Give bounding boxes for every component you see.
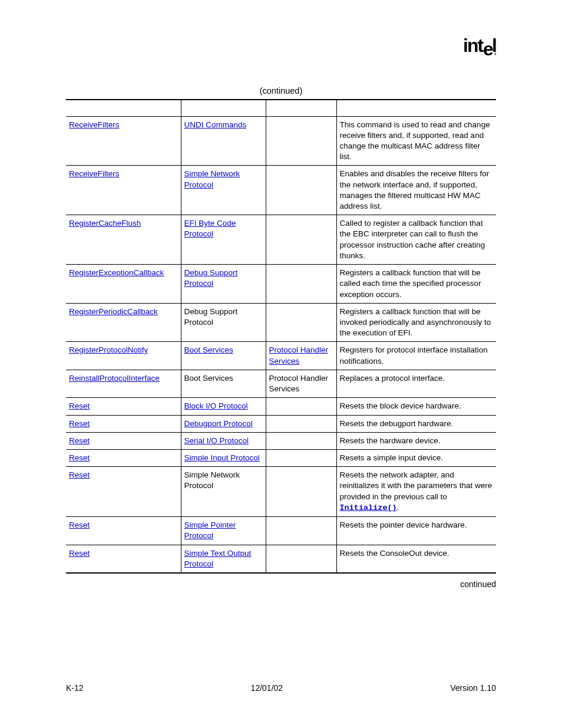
- footer-date: 12/01/02: [251, 683, 283, 693]
- description-cell: Registers a callback function that will …: [336, 265, 496, 304]
- table-cell: RegisterCacheFlush: [66, 215, 181, 265]
- cross-ref-link[interactable]: RegisterPeriodicCallback: [69, 307, 158, 316]
- description-text: Resets the pointer device hardware.: [340, 521, 467, 529]
- description-cell: Enables and disables the receive filters…: [336, 166, 496, 215]
- cell-text: Simple Network Protocol: [184, 470, 240, 490]
- table-cell: [266, 432, 336, 449]
- header-cell: [181, 100, 266, 116]
- table-cell: Reset: [66, 545, 181, 573]
- table-cell: Simple Network Protocol: [181, 467, 266, 517]
- description-cell: Resets the block device hardware.: [336, 398, 496, 415]
- table-cell: Protocol Handler Services: [266, 370, 336, 397]
- table-cell: [266, 415, 336, 432]
- table-cell: RegisterExceptionCallback: [66, 265, 181, 304]
- table-cell: [266, 449, 336, 466]
- description-text: .: [397, 503, 399, 512]
- cross-ref-link[interactable]: Simple Pointer Protocol: [184, 521, 236, 540]
- cross-ref-link[interactable]: Debug Support Protocol: [184, 268, 238, 288]
- description-text: Called to register a callback function t…: [340, 219, 485, 260]
- description-text: Resets a simple input device.: [340, 453, 444, 462]
- cross-ref-link[interactable]: Simple Input Protocol: [184, 453, 260, 462]
- table-row: RegisterPeriodicCallbackDebug Support Pr…: [66, 303, 496, 342]
- cross-ref-link[interactable]: Reset: [69, 521, 90, 529]
- svg-text:int: int: [463, 37, 484, 56]
- table-cell: [266, 545, 336, 573]
- table-cell: [266, 517, 336, 545]
- cross-ref-link[interactable]: Simple Text Output Protocol: [184, 549, 252, 568]
- table-row: RegisterExceptionCallbackDebug Support P…: [66, 265, 496, 304]
- table-cell: Boot Services: [181, 370, 266, 397]
- table-cell: Simple Input Protocol: [181, 449, 266, 466]
- table-cell: RegisterPeriodicCallback: [66, 303, 181, 342]
- footer-version: Version 1.10: [450, 683, 496, 693]
- cross-ref-link[interactable]: Reset: [69, 549, 90, 558]
- cross-ref-link[interactable]: Reset: [69, 436, 90, 445]
- description-text: Resets the debugport hardware.: [340, 419, 454, 428]
- cell-text: Boot Services: [184, 374, 233, 383]
- table-row: ResetBlock I/O ProtocolResets the block …: [66, 398, 496, 415]
- header-cell: [336, 100, 496, 116]
- description-text: Registers a callback function that will …: [340, 268, 481, 298]
- table-row: ResetSimple Network ProtocolResets the n…: [66, 467, 496, 517]
- header-cell: [66, 100, 181, 116]
- description-text: Registers a callback function that will …: [340, 307, 491, 337]
- cross-ref-link[interactable]: Reset: [69, 470, 90, 479]
- cross-ref-link[interactable]: Simple Network Protocol: [184, 169, 240, 189]
- table-row: RegisterProtocolNotifyBoot ServicesProto…: [66, 342, 496, 370]
- table-cell: Reset: [66, 449, 181, 466]
- cross-ref-link[interactable]: RegisterCacheFlush: [69, 219, 141, 228]
- cross-ref-link[interactable]: Reset: [69, 453, 90, 462]
- cross-ref-link[interactable]: EFI Byte Code Protocol: [184, 219, 236, 238]
- description-text: Resets the hardware device.: [340, 436, 441, 445]
- table-cell: UNDI Commands: [181, 116, 266, 166]
- description-text: Enables and disables the receive filters…: [340, 169, 490, 210]
- table-row: ResetSimple Input ProtocolResets a simpl…: [66, 449, 496, 466]
- cross-ref-link[interactable]: ReceiveFilters: [69, 120, 120, 129]
- table-cell: Reset: [66, 398, 181, 415]
- table-row: RegisterCacheFlushEFI Byte Code Protocol…: [66, 215, 496, 265]
- description-cell: Resets the ConsoleOut device.: [336, 545, 496, 573]
- table-cell: Debugport Protocol: [181, 415, 266, 432]
- cross-ref-link[interactable]: ReceiveFilters: [69, 169, 120, 178]
- description-cell: Called to register a callback function t…: [336, 215, 496, 265]
- table-cell: [266, 215, 336, 265]
- cross-ref-link[interactable]: Boot Services: [184, 345, 233, 354]
- cross-ref-link[interactable]: ReinstallProtocolInterface: [69, 374, 160, 383]
- table-cell: ReceiveFilters: [66, 166, 181, 215]
- table-cell: [266, 398, 336, 415]
- description-text: Resets the ConsoleOut device.: [340, 549, 449, 558]
- description-cell: Resets the debugport hardware.: [336, 415, 496, 432]
- table-cell: Protocol Handler Services: [266, 342, 336, 370]
- table-cell: Reset: [66, 432, 181, 449]
- description-text: Registers for protocol interface install…: [340, 345, 488, 365]
- table-row: ResetSerial I/O ProtocolResets the hardw…: [66, 432, 496, 449]
- table-cell: [266, 467, 336, 517]
- table-cell: Simple Text Output Protocol: [181, 545, 266, 573]
- table-cell: Simple Pointer Protocol: [181, 517, 266, 545]
- description-cell: Resets the pointer device hardware.: [336, 517, 496, 545]
- table-cell: RegisterProtocolNotify: [66, 342, 181, 370]
- table-cell: ReceiveFilters: [66, 116, 181, 166]
- footer-page: K-12: [66, 683, 84, 693]
- table-row: ReceiveFiltersSimple Network ProtocolEna…: [66, 166, 496, 215]
- cross-ref-link[interactable]: Reset: [69, 419, 90, 428]
- table-cell: [266, 166, 336, 215]
- cross-ref-link[interactable]: Protocol Handler Services: [269, 345, 329, 365]
- description-text: This command is used to read and change …: [340, 120, 490, 162]
- cell-text: Protocol Handler Services: [269, 374, 329, 393]
- cell-text: Debug Support Protocol: [184, 307, 238, 327]
- description-cell: Replaces a protocol interface.: [336, 370, 496, 397]
- cross-ref-link[interactable]: Initialize(): [340, 503, 397, 512]
- cross-ref-link[interactable]: Debugport Protocol: [184, 419, 253, 428]
- description-cell: Resets a simple input device.: [336, 449, 496, 466]
- table-cell: Debug Support Protocol: [181, 303, 266, 342]
- cross-ref-link[interactable]: Serial I/O Protocol: [184, 436, 249, 445]
- cross-ref-link[interactable]: Reset: [69, 401, 90, 410]
- cross-ref-link[interactable]: RegisterExceptionCallback: [69, 268, 164, 277]
- cross-ref-link[interactable]: UNDI Commands: [184, 120, 247, 129]
- intel-logo: int e l ®: [463, 37, 496, 63]
- cross-ref-link[interactable]: Block I/O Protocol: [184, 401, 248, 410]
- cross-ref-link[interactable]: RegisterProtocolNotify: [69, 345, 148, 354]
- table-cell: Simple Network Protocol: [181, 166, 266, 215]
- table-cell: Reset: [66, 467, 181, 517]
